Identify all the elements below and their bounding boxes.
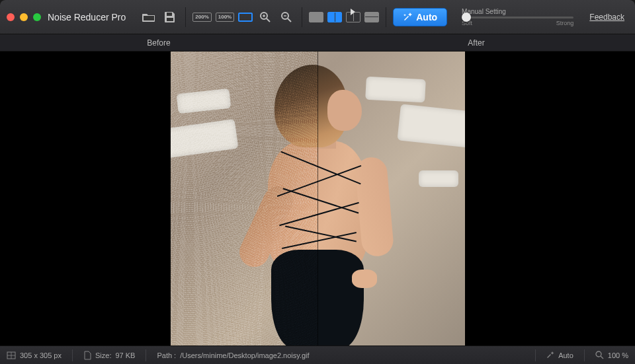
split-divider[interactable] — [318, 52, 318, 346]
top-toolbar: Noise Reducer Pro 200% 100% Auto — [0, 0, 635, 34]
after-label: After — [318, 34, 635, 51]
view-mode-group — [304, 0, 384, 34]
separator — [72, 349, 73, 361]
window-controls — [7, 13, 41, 21]
status-dimensions: 305 x 305 px — [7, 351, 62, 359]
zoom-in-button[interactable] — [257, 10, 274, 24]
status-zoom[interactable]: 100 % — [595, 351, 628, 359]
comparison-header: Before After — [0, 34, 635, 52]
slider-max-label: Strong — [556, 20, 574, 26]
manual-slider-block: Manual Setting Soft Strong — [452, 8, 583, 26]
separator — [584, 349, 585, 361]
svg-point-12 — [596, 351, 601, 357]
status-bar: 305 x 305 px Size: 97 KB Path : /Users/m… — [0, 346, 635, 364]
svg-line-7 — [288, 18, 291, 22]
before-noise-overlay — [171, 52, 318, 346]
zoom-fit-button[interactable] — [238, 13, 253, 22]
manual-slider-thumb[interactable] — [462, 13, 471, 22]
separator — [386, 7, 386, 27]
zoom-group: 200% 100% — [187, 0, 300, 34]
view-curtain-button[interactable] — [346, 12, 360, 22]
manual-slider-ends: Soft Strong — [462, 20, 573, 26]
svg-rect-0 — [167, 13, 172, 16]
separator — [535, 349, 536, 361]
separator — [302, 7, 302, 27]
auto-button[interactable]: Auto — [393, 8, 447, 26]
window-minimize-button[interactable] — [20, 13, 28, 21]
svg-line-13 — [601, 356, 603, 359]
save-file-button[interactable] — [161, 10, 179, 24]
file-group — [135, 0, 184, 34]
auto-group: Auto — [388, 0, 452, 34]
before-label: Before — [0, 34, 318, 51]
auto-button-label: Auto — [416, 12, 437, 22]
status-path: Path : /Users/minime/Desktop/image2.nois… — [157, 351, 309, 359]
manual-slider[interactable] — [462, 17, 573, 18]
status-mode[interactable]: Auto — [546, 351, 573, 359]
zoom-100-button[interactable]: 100% — [216, 13, 234, 22]
svg-rect-1 — [167, 18, 173, 21]
feedback-link[interactable]: Feedback — [589, 13, 624, 22]
separator — [146, 349, 146, 361]
image-canvas[interactable] — [0, 52, 635, 346]
status-size: Size: 97 KB — [83, 351, 135, 360]
zoom-out-button[interactable] — [278, 10, 295, 24]
dimensions-icon — [7, 351, 16, 359]
filesize-icon — [83, 351, 91, 360]
separator — [185, 7, 186, 27]
window-maximize-button[interactable] — [33, 13, 41, 21]
open-file-button[interactable] — [140, 10, 157, 24]
view-single-button[interactable] — [309, 12, 323, 22]
view-split-vertical-button[interactable] — [327, 12, 342, 22]
magic-wand-icon — [403, 13, 412, 22]
magic-wand-icon — [546, 351, 554, 359]
zoom-200-button[interactable]: 200% — [192, 13, 211, 22]
view-split-horizontal-button[interactable] — [364, 12, 379, 22]
svg-line-3 — [267, 18, 270, 22]
manual-slider-label: Manual Setting — [462, 8, 573, 15]
zoom-icon — [595, 351, 604, 359]
app-title: Noise Reducer Pro — [48, 12, 126, 22]
window-close-button[interactable] — [7, 13, 15, 21]
image-preview — [171, 52, 465, 346]
